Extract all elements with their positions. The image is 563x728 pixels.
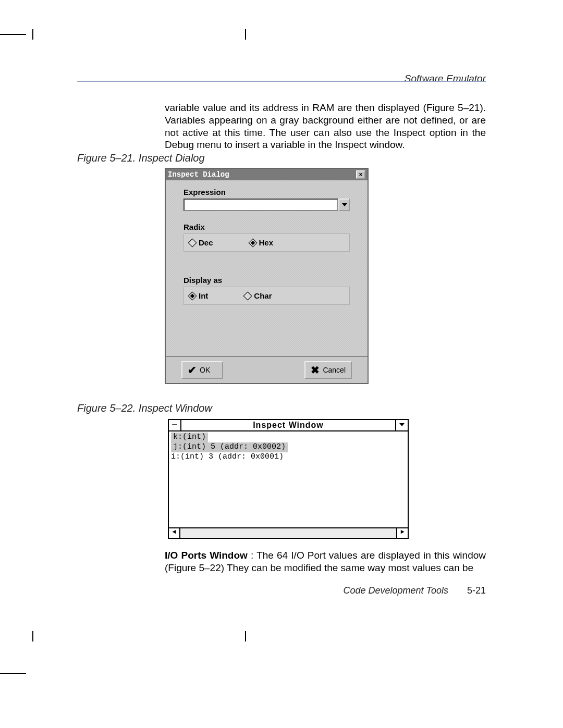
display-int-option[interactable]: Int (189, 291, 208, 300)
display-char-option[interactable]: Char (244, 291, 272, 300)
expression-input[interactable] (183, 199, 338, 211)
display-char-label: Char (254, 291, 272, 300)
footer-section: Code Development Tools (344, 585, 448, 596)
cancel-label: Cancel (323, 366, 346, 374)
running-header: Software Emulator (405, 73, 486, 84)
window-title: Inspect Window (181, 421, 395, 430)
expression-dropdown-button[interactable] (338, 199, 350, 211)
display-as-group: Int Char (183, 287, 350, 305)
figure-5-22-caption: Figure 5–22. Inspect Window (77, 402, 212, 414)
scroll-track[interactable] (180, 528, 396, 538)
radix-hex-label: Hex (259, 238, 274, 247)
display-int-label: Int (199, 291, 208, 300)
radio-unselected-icon (188, 238, 197, 247)
io-ports-paragraph: I/O Ports Window : The 64 I/O Port value… (165, 549, 486, 574)
x-icon: ✖ (311, 364, 320, 376)
close-icon[interactable]: × (356, 170, 365, 179)
radix-dec-label: Dec (199, 238, 213, 247)
dialog-title: Inspect Dialog (168, 170, 229, 179)
radio-selected-icon (188, 291, 197, 300)
window-titlebar[interactable]: — Inspect Window (169, 420, 408, 431)
radix-label: Radix (183, 223, 350, 231)
scroll-right-icon[interactable]: ► (396, 528, 408, 538)
dialog-titlebar[interactable]: Inspect Dialog × (166, 169, 368, 180)
list-item[interactable]: k:(int) (171, 433, 208, 442)
radio-unselected-icon (243, 291, 252, 300)
horizontal-scrollbar[interactable]: ◄ ► (169, 527, 408, 538)
system-menu-icon[interactable]: — (169, 420, 181, 430)
radio-selected-icon (248, 238, 257, 247)
radix-dec-option[interactable]: Dec (189, 238, 213, 247)
cancel-button[interactable]: ✖ Cancel (304, 361, 352, 379)
scroll-left-icon[interactable]: ◄ (169, 528, 180, 538)
intro-paragraph: variable value and its address in RAM ar… (165, 102, 486, 151)
display-as-label: Display as (183, 276, 350, 285)
header-rule (77, 81, 486, 82)
expression-label: Expression (183, 188, 350, 196)
list-item[interactable]: j:(int) 5 (addr: 0x0002) (171, 442, 288, 452)
inspect-list: k:(int) j:(int) 5 (addr: 0x0002) i:(int)… (169, 431, 408, 527)
inspect-window: — Inspect Window k:(int) j:(int) 5 (addr… (168, 419, 409, 539)
radix-hex-option[interactable]: Hex (250, 238, 274, 247)
figure-5-21-caption: Figure 5–21. Inspect Dialog (77, 152, 205, 164)
footer-page-number: 5-21 (467, 585, 486, 596)
check-icon: ✔ (188, 364, 197, 376)
ok-button[interactable]: ✔ OK (181, 361, 223, 379)
io-ports-heading: I/O Ports Window (165, 550, 248, 561)
radix-group: Dec Hex (183, 233, 350, 252)
ok-label: OK (200, 366, 210, 374)
minimize-icon[interactable] (395, 420, 408, 430)
list-item[interactable]: i:(int) 3 (addr: 0x0001) (171, 452, 284, 461)
inspect-dialog: Inspect Dialog × Expression Radix Dec (165, 168, 369, 384)
